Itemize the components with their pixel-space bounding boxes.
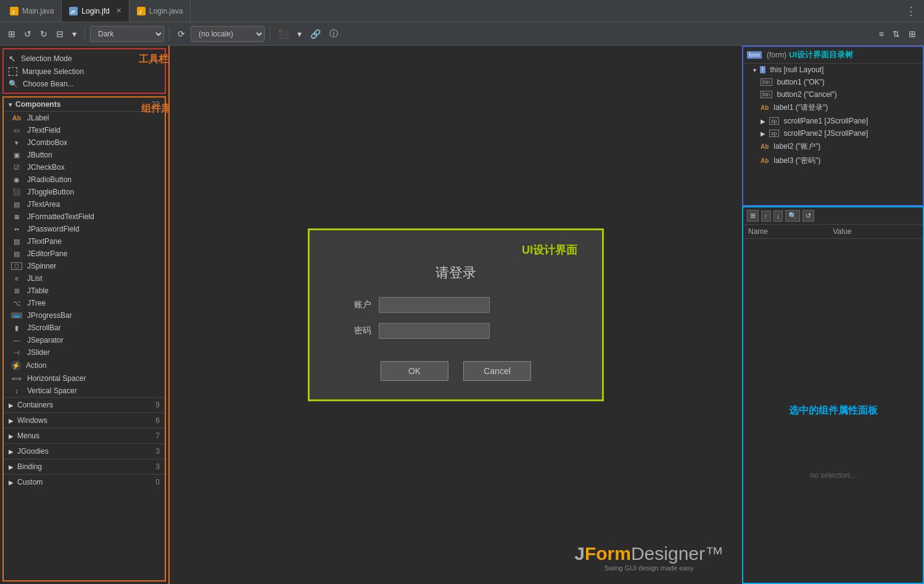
props-sort-desc-btn[interactable]: ↓ (773, 211, 783, 222)
comp-jbutton[interactable]: ▣ JButton (4, 149, 165, 161)
binding-header[interactable]: ▶ Binding 3 (4, 459, 165, 474)
comp-jformattedtextfield[interactable]: ▦ JFormattedTextField (4, 211, 165, 223)
props-sort-asc-btn[interactable]: ↑ (761, 211, 771, 222)
comp-jtogglebutton[interactable]: ⬛ JToggleButton (4, 186, 165, 198)
tree-header-title: UI设计界面目录树 (789, 49, 853, 60)
toolbar-theme-select[interactable]: Dark Light (90, 26, 164, 42)
toolbar-dropdown-btn[interactable]: ▾ (69, 27, 80, 41)
toolbar-dropdown2-btn[interactable]: ▾ (294, 27, 305, 41)
tree-label3[interactable]: Ab label3 ("密码") (743, 154, 923, 168)
comp-jscrollbar[interactable]: ▮ JScrollBar (4, 322, 165, 334)
tool-selection-mode[interactable]: ↖ Selection Mode (4, 52, 165, 65)
toolbar-locale-select[interactable]: (no locale) (191, 26, 265, 42)
comp-vertical-spacer[interactable]: ↕ Vertical Spacer (4, 385, 165, 397)
jspinner-icon: ⬡ (11, 262, 22, 270)
comp-jtextarea[interactable]: ▤ JTextArea (4, 198, 165, 211)
jfd-file-icon: JF (69, 7, 78, 15)
tab-login-jfd[interactable]: JF Login.jfd ✕ (62, 0, 129, 22)
toolbar-sep-2 (169, 27, 170, 41)
comp-jcheckbox[interactable]: ☑ JCheckBox (4, 161, 165, 173)
jtextfield-icon: ▭ (11, 127, 22, 135)
tree-button2[interactable]: btn button2 ("Cancel") (743, 88, 923, 101)
props-search-btn[interactable]: 🔍 (785, 210, 800, 222)
tree-scrollpane1[interactable]: ▶ sp scrollPane1 [JScrollPane] (743, 115, 923, 127)
tool-choose-bean-label: Choose Bean... (23, 80, 74, 88)
toolbar-layout-btn[interactable]: ⊞ (5, 27, 19, 41)
comp-jtree[interactable]: ⌥ JTree (4, 297, 165, 309)
toolbar-undo-btn[interactable]: ↺ (21, 27, 35, 41)
binding-label: Binding (17, 462, 42, 471)
toolbar-info-btn[interactable]: ⓘ (326, 27, 341, 41)
form-ok-button[interactable]: OK (381, 361, 448, 381)
tab-login-jfd-close[interactable]: ✕ (116, 7, 122, 15)
tree-this[interactable]: ▾ f this [null Layout] (743, 64, 923, 76)
comp-jseparator[interactable]: — JSeparator (4, 334, 165, 346)
windows-section: ▶ Windows 6 (4, 412, 165, 428)
comp-jtextfield[interactable]: ▭ JTextField (4, 124, 165, 136)
windows-count: 6 (155, 416, 160, 425)
custom-header[interactable]: ▶ Custom 0 (4, 475, 165, 490)
tool-section-wrapper: ↖ Selection Mode Marquee Selection 🔍 Cho… (2, 48, 166, 94)
tree-label1[interactable]: Ab label1 ("请登录") (743, 101, 923, 115)
tree-this-label: this [null Layout] (770, 65, 824, 74)
windows-header[interactable]: ▶ Windows 6 (4, 413, 165, 428)
toolbar-extra-btn[interactable]: ⊟ (53, 27, 67, 41)
comp-jlist[interactable]: ≡ JList (4, 272, 165, 285)
comp-jcombobox[interactable]: ▾ JComboBox (4, 136, 165, 149)
props-reset-btn[interactable]: ↺ (802, 210, 814, 222)
comp-jtextarea-label: JTextArea (27, 200, 60, 209)
tree-scrollpane1-chevron: ▶ (761, 118, 765, 125)
tree-button1-label: button1 ("OK") (777, 78, 825, 86)
comp-jscrollbar-label: JScrollBar (27, 323, 61, 332)
toolbar-align-btn[interactable]: ≡ (876, 27, 887, 41)
binding-section: ▶ Binding 3 (4, 459, 165, 474)
toolbar-grid-btn[interactable]: ⊞ (905, 27, 919, 41)
jgoodies-header[interactable]: ▶ JGoodies 3 (4, 444, 165, 459)
tool-marquee-selection[interactable]: Marquee Selection (4, 65, 165, 78)
components-section: ▾ Components 23 Ab JLabel ▭ JTextField ▾… (2, 96, 166, 582)
tab-bar: J Main.java JF Login.jfd ✕ J Login.java … (0, 0, 924, 22)
components-header[interactable]: ▾ Components 23 (4, 98, 165, 112)
comp-jlabel[interactable]: Ab JLabel (4, 112, 165, 124)
comp-jpasswordfield[interactable]: •• JPasswordField (4, 223, 165, 235)
containers-header[interactable]: ▶ Containers 9 (4, 398, 165, 412)
comp-jslider[interactable]: ⊣ JSlider (4, 346, 165, 359)
center-area: UI设计界面 请登录 账户 密码 OK Cancel JFormDes (170, 46, 742, 584)
toolbar-align2-btn[interactable]: ⇅ (889, 27, 903, 41)
comp-jprogressbar[interactable]: ▬ JProgressBar (4, 309, 165, 322)
comp-action[interactable]: ⚡ Action (4, 359, 165, 372)
comp-jeditorpane[interactable]: ▤ JEditorPane (4, 248, 165, 260)
java-file-icon: J (10, 7, 19, 15)
account-input[interactable] (379, 297, 490, 313)
menus-header[interactable]: ▶ Menus 7 (4, 428, 165, 443)
tree-scrollpane2[interactable]: ▶ sp scrollPane2 [JScrollPane] (743, 127, 923, 140)
tool-choose-bean[interactable]: 🔍 Choose Bean... (4, 78, 165, 90)
tree-label2[interactable]: Ab label2 ("账户") (743, 140, 923, 154)
props-btn-1[interactable]: ⊞ (747, 210, 759, 222)
comp-jtextpane-label: JTextPane (27, 237, 62, 246)
comp-horizontal-spacer[interactable]: ⟺ Horizontal Spacer (4, 372, 165, 385)
comp-jtable[interactable]: ⊞ JTable (4, 285, 165, 297)
toolbar-link-btn[interactable]: 🔗 (307, 27, 324, 41)
toolbar-color-btn[interactable]: ⬛ (275, 27, 292, 41)
comp-jradiobutton-label: JRadioButton (27, 175, 72, 184)
jseparator-icon: — (11, 336, 22, 344)
tree-this-icon: f (760, 66, 765, 73)
custom-count: 0 (155, 478, 160, 486)
comp-jtextpane[interactable]: ▧ JTextPane (4, 235, 165, 248)
tree-button1[interactable]: btn button1 ("OK") (743, 76, 923, 88)
props-no-selection: no selection... (810, 471, 856, 480)
form-cancel-button[interactable]: Cancel (463, 361, 531, 381)
design-canvas[interactable]: UI设计界面 请登录 账户 密码 OK Cancel JFormDes (170, 46, 742, 584)
comp-jtree-label: JTree (27, 299, 46, 307)
tab-main-java[interactable]: J Main.java (2, 0, 62, 22)
toolbar-redo-btn[interactable]: ↻ (37, 27, 51, 41)
binding-count: 3 (155, 462, 160, 471)
tab-more-button[interactable]: ⋮ (901, 4, 922, 18)
comp-jspinner[interactable]: ⬡ JSpinner (4, 260, 165, 272)
toolbar-refresh-btn[interactable]: ⟳ (175, 27, 188, 41)
tab-login-java[interactable]: J Login.java (130, 0, 191, 22)
password-input[interactable] (379, 323, 490, 339)
comp-jradiobutton[interactable]: ◉ JRadioButton (4, 173, 165, 186)
binding-chevron: ▶ (9, 464, 14, 470)
